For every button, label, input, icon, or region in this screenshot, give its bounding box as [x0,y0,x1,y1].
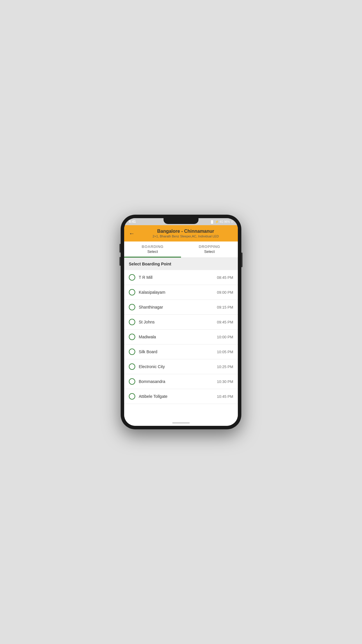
stop-time: 10:45 PM [217,394,233,399]
boarding-tab-label: BOARDING [124,244,181,249]
stop-time: 10:25 PM [217,365,233,369]
radio-button[interactable] [129,393,135,400]
app-header: ← Bangalore - Chinnamanur 2+1, Bharath B… [124,225,238,242]
section-header: Select Boarding Point [124,258,238,270]
boarding-item[interactable]: Attibele Tollgate10:45 PM [124,389,238,404]
stop-time: 08:45 PM [217,275,233,280]
radio-button[interactable] [129,349,135,355]
bottom-bar [124,420,238,426]
volume-down-button [120,257,121,266]
header-titles: Bangalore - Chinnamanur 2+1, Bharath Ben… [138,229,233,238]
boarding-item[interactable]: Shanthinagar09:15 PM [124,300,238,315]
bluetooth-icon: ⚡ [215,220,219,223]
stop-name: Electronic City [139,364,217,369]
dropping-tab-label: DROPPING [181,244,238,249]
boarding-item[interactable]: T R Mill08:45 PM [124,270,238,285]
stop-time: 09:45 PM [217,320,233,324]
boarding-item[interactable]: Silk Board10:05 PM [124,344,238,359]
radio-button[interactable] [129,378,135,385]
phone-notch [164,218,198,224]
dropping-tab-sublabel: Select [181,249,238,254]
route-title: Bangalore - Chinnamanur [138,229,233,234]
boarding-item[interactable]: St Johns09:45 PM [124,315,238,330]
stop-time: 10:05 PM [217,350,233,354]
network-icon: 4G [219,220,223,223]
stop-time: 10:00 PM [217,335,233,339]
stop-name: Shanthinagar [139,305,217,309]
tab-dropping[interactable]: DROPPING Select [181,242,238,258]
phone-frame: 6:41 ▐▌ ⚡ 4G 96% ⊙ ← Bangalore - Chinnam… [121,215,241,429]
power-button [241,253,242,267]
phone-screen: 6:41 ▐▌ ⚡ 4G 96% ⊙ ← Bangalore - Chinnam… [124,218,238,426]
stop-name: T R Mill [139,275,217,280]
radio-button[interactable] [129,289,135,295]
radio-button[interactable] [129,319,135,325]
boarding-item[interactable]: Bommasandra10:30 PM [124,374,238,389]
status-icons: ▐▌ ⚡ 4G 96% ⊙ [210,220,233,223]
boarding-item[interactable]: Kalasipalayam09:00 PM [124,285,238,300]
stop-time: 10:30 PM [217,379,233,384]
stop-name: Silk Board [139,349,217,354]
stop-name: St Johns [139,320,217,324]
boarding-list: T R Mill08:45 PMKalasipalayam09:00 PMSha… [124,270,238,420]
section-title: Select Boarding Point [129,262,171,266]
radio-button[interactable] [129,363,135,370]
status-time: 6:41 [129,220,136,224]
battery-icon: 96% [224,220,230,223]
stop-name: Attibele Tollgate [139,394,217,399]
boarding-item[interactable]: Madiwala10:00 PM [124,330,238,344]
tab-boarding[interactable]: BOARDING Select [124,242,181,258]
battery-shape: ⊙ [231,220,233,223]
boarding-tab-sublabel: Select [124,249,181,254]
stop-time: 09:15 PM [217,305,233,309]
radio-button[interactable] [129,274,135,281]
signal-icon: ▐▌ [210,220,214,223]
boarding-item[interactable]: Electronic City10:25 PM [124,359,238,374]
stop-name: Madiwala [139,335,217,339]
home-indicator [172,422,190,424]
bus-details: 2+1, Bharath Benz Sleeper,AC, Individual… [138,235,233,238]
radio-button[interactable] [129,304,135,310]
tab-bar: BOARDING Select DROPPING Select [124,242,238,258]
stop-time: 09:00 PM [217,290,233,295]
radio-button[interactable] [129,334,135,340]
stop-name: Bommasandra [139,379,217,384]
back-button[interactable]: ← [129,230,135,236]
stop-name: Kalasipalayam [139,290,217,295]
volume-up-button [120,244,121,253]
